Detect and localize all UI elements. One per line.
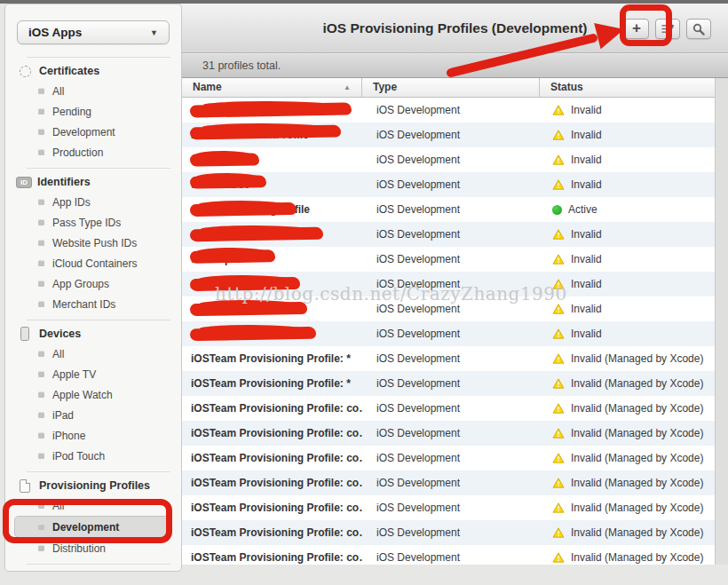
sidebar-item-certificates-development[interactable]: Development <box>5 122 181 142</box>
profile-type: iOS Development <box>362 147 540 172</box>
status-label: Invalid (Managed by Xcode) <box>571 446 703 470</box>
sidebar-item-identifiers-website-push-ids[interactable]: Website Push IDs <box>5 233 181 253</box>
table-row[interactable]: iOSTeam Provisioning Profile: co… iOS De… <box>182 495 715 520</box>
sidebar-item-identifiers-pass-type-ids[interactable]: Pass Type IDs <box>5 212 181 233</box>
table-row[interactable]: iOSTeam Provisioning Profile: * iOS Deve… <box>182 371 715 396</box>
table-row[interactable]: iOS Development Invalid <box>182 272 715 296</box>
device-icon <box>16 327 34 341</box>
column-header-type[interactable]: Type <box>362 78 540 97</box>
sidebar-section: Provisioning Profiles All Development Di… <box>5 478 181 558</box>
profile-type: iOS Development <box>362 296 540 321</box>
sidebar-divider <box>27 471 170 472</box>
warning-icon <box>552 478 565 488</box>
sidebar-section-label: Provisioning Profiles <box>39 479 150 492</box>
add-button[interactable]: + <box>624 19 649 39</box>
status-label: Active <box>568 197 597 222</box>
table-row[interactable]: PushNotificationProfile iOS Development … <box>182 123 715 147</box>
warning-icon <box>552 328 565 339</box>
table-row[interactable]: StudentDev iOS Development Invalid <box>182 172 715 197</box>
scrollbar-track[interactable] <box>715 78 728 565</box>
sidebar-item-provisioning-profiles-development[interactable]: Development <box>14 516 169 538</box>
sidebar-item-identifiers-merchant-ids[interactable]: Merchant IDs <box>5 294 181 314</box>
table-row[interactable]: iOSTeam Provisioning Profile: co… iOS De… <box>182 446 715 470</box>
sidebar-item-devices-ipod-touch[interactable]: iPod Touch <box>5 446 181 466</box>
sidebar-item-certificates-all[interactable]: All <box>5 81 181 101</box>
sidebar-item-devices-all[interactable]: All <box>5 344 181 364</box>
profile-type: iOS Development <box>362 98 540 123</box>
profile-type: iOS Development <box>362 520 540 545</box>
redaction-scribble <box>190 175 266 188</box>
sidebar-item-identifiers-app-groups[interactable]: App Groups <box>5 273 181 294</box>
profile-type: iOS Development <box>362 396 540 421</box>
chevron-down-icon: ▼ <box>150 28 158 37</box>
sidebar-item-devices-apple-watch[interactable]: Apple Watch <box>5 384 181 405</box>
sidebar-section: Certificates All Pending Development Pro… <box>5 63 181 162</box>
sidebar-item-identifiers-icloud-containers[interactable]: iCloud Containers <box>5 253 181 273</box>
sidebar-item-certificates-pending[interactable]: Pending <box>5 101 181 122</box>
sidebar-item-devices-apple-tv[interactable]: Apple TV <box>5 364 181 384</box>
bullet-icon <box>38 108 44 115</box>
sidebar-item-provisioning-profiles-all[interactable]: All <box>5 495 181 516</box>
table-row[interactable]: developer iOS Development Invalid <box>182 247 715 272</box>
profile-status: Invalid (Managed by Xcode) <box>540 495 715 520</box>
bullet-icon <box>38 149 44 155</box>
table-row[interactable]: iOS Development Invalid <box>182 98 715 123</box>
sidebar-item-devices-iphone[interactable]: iPhone <box>5 425 181 446</box>
edit-button[interactable] <box>655 19 680 39</box>
profile-status: Invalid <box>540 98 715 123</box>
warning-icon <box>552 527 565 538</box>
table-row[interactable]: iOS Development Invalid <box>182 222 715 247</box>
profile-status: Invalid (Managed by Xcode) <box>540 396 715 421</box>
profile-type: iOS Development <box>362 545 540 565</box>
sidebar-item-provisioning-profiles-distribution[interactable]: Distribution <box>5 538 181 558</box>
table-header: Name ▲ Type Status <box>182 78 715 98</box>
warning-icon <box>552 453 565 463</box>
profile-status: Invalid (Managed by Xcode) <box>540 421 715 446</box>
table-row[interactable]: iOSTeam Provisioning Profile: co… iOS De… <box>182 520 715 545</box>
table-row[interactable]: iOSTeam Provisioning Profile: * iOS Deve… <box>182 346 715 371</box>
table-row[interactable]: iOS Development Invalid <box>182 296 715 321</box>
table-row[interactable]: iOS Development Invalid <box>182 147 715 172</box>
sidebar-item-label: iPod Touch <box>52 450 105 462</box>
redaction-scribble <box>190 202 297 217</box>
table-row[interactable]: ngProfile iOS Development Active <box>182 197 715 222</box>
profile-type: iOS Development <box>362 470 540 495</box>
column-header-status[interactable]: Status <box>540 78 715 97</box>
profile-status: Invalid <box>540 123 715 147</box>
bullet-icon <box>38 240 44 246</box>
app-selector-dropdown[interactable]: iOS Apps ▼ <box>17 20 170 44</box>
table-row[interactable]: iOS Development Invalid <box>182 321 715 346</box>
warning-icon <box>552 279 565 289</box>
warning-icon <box>552 502 565 513</box>
sidebar-item-devices-ipad[interactable]: iPad <box>5 405 181 425</box>
sidebar-item-label: Production <box>52 146 103 159</box>
sidebar-divider <box>27 320 170 320</box>
warning-icon <box>552 105 565 115</box>
bullet-icon <box>38 545 44 551</box>
profile-type: iOS Development <box>362 495 540 520</box>
bullet-icon <box>38 524 44 530</box>
redaction-scribble <box>190 327 316 341</box>
app-selector-label: iOS Apps <box>28 26 150 39</box>
sidebar-item-certificates-production[interactable]: Production <box>5 142 181 162</box>
profile-type: iOS Development <box>362 272 540 296</box>
profile-status: Active <box>540 197 715 222</box>
sidebar-item-identifiers-app-ids[interactable]: App IDs <box>5 192 181 212</box>
column-header-name[interactable]: Name ▲ <box>182 78 362 97</box>
bullet-icon <box>38 88 44 94</box>
profile-type: iOS Development <box>362 222 540 247</box>
bullet-icon <box>38 260 44 266</box>
sidebar-section-label: Certificates <box>39 65 99 77</box>
profile-status: Invalid (Managed by Xcode) <box>540 470 715 495</box>
table-row[interactable]: iOSTeam Provisioning Profile: co… iOS De… <box>182 396 715 421</box>
table-row[interactable]: iOSTeam Provisioning Profile: co… iOS De… <box>182 470 715 495</box>
table-row[interactable]: iOSTeam Provisioning Profile: co… iOS De… <box>182 545 715 565</box>
bullet-icon <box>38 432 44 439</box>
bullet-icon <box>38 453 44 459</box>
search-button[interactable] <box>686 19 711 39</box>
warning-icon <box>552 378 565 389</box>
warning-icon <box>552 428 565 439</box>
sidebar-section-header: Provisioning Profiles <box>16 478 181 494</box>
status-label: Invalid (Managed by Xcode) <box>571 520 703 545</box>
table-row[interactable]: iOSTeam Provisioning Profile: co… iOS De… <box>182 421 715 446</box>
